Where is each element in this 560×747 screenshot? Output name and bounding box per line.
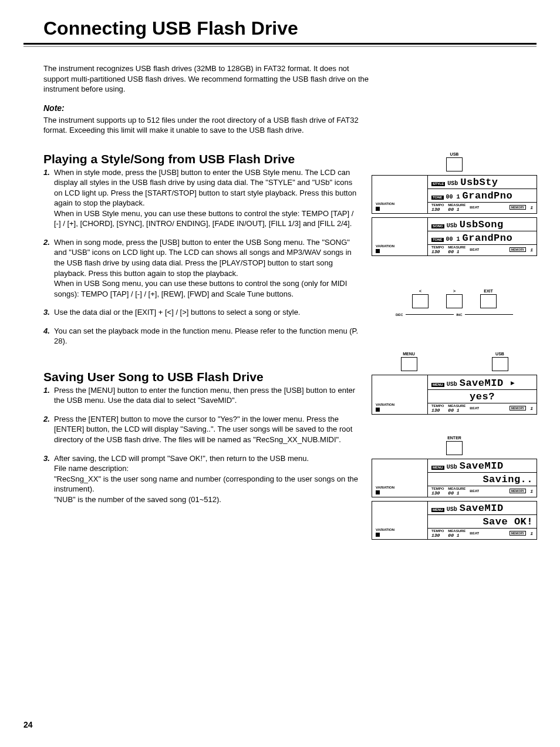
step-number: 2. [43, 414, 54, 445]
button-label: > [453, 289, 456, 293]
lcd-usb-icon: USb [447, 180, 458, 187]
step-text: When in style mode, press the [USB] butt… [54, 167, 360, 229]
section2-heading: Saving User Song to USB Flash Drive [43, 370, 360, 384]
s2-step1: 1. Press the [MENU] button to enter the … [43, 385, 360, 406]
lcd-sub: Saving.. [483, 474, 533, 485]
lcd-sub: yes? [470, 391, 495, 402]
note-text: The instrument supports up to 512 files … [43, 115, 372, 136]
exit-button: EXIT [480, 289, 497, 308]
lcd-saveok: VARIATION MENU USb SaveMID Save OK! [372, 501, 537, 540]
intro-block: The instrument recognizes USB flash driv… [43, 63, 372, 136]
left-column: Playing a Style/Song from USB Flash Driv… [43, 152, 360, 543]
page-number: 24 [23, 720, 33, 729]
lcd-main: UsbSty [460, 177, 498, 188]
button-label: < [419, 289, 421, 293]
lcd-style-badge: STYLE [431, 182, 445, 186]
lcd-variation-label: VARIATION [376, 202, 424, 206]
button-label: ENTER [447, 436, 461, 440]
step-number: 1. [43, 167, 54, 229]
step-text: You can set the playback mode in the fun… [54, 326, 360, 346]
dec-inc-labels: DEC INC [396, 313, 513, 317]
step-number: 1. [43, 385, 54, 406]
lcd-main: UsbSong [460, 219, 504, 230]
diagram-group-1: USB VARIATION STYLE USb UsbSty [372, 152, 537, 256]
content-columns: Playing a Style/Song from USB Flash Driv… [43, 152, 537, 543]
lcd-tone-name: GrandPno [463, 190, 513, 201]
step-text: Press the [MENU] button to enter the fun… [54, 385, 360, 406]
step-text: When in song mode, press the [USB] butto… [54, 237, 360, 299]
usb-button: USB [492, 352, 508, 371]
inc-label: INC [456, 313, 462, 317]
step-number: 2. [43, 237, 54, 299]
lcd-main: SaveMID [460, 460, 504, 472]
s1-step3: 3. Use the data dial or the [EXIT] + [<]… [43, 307, 360, 318]
s2-step3: 3. After saving, the LCD will prompt "Sa… [43, 453, 360, 505]
s1-step2: 2. When in song mode, press the [USB] bu… [43, 237, 360, 299]
page-title: Connecting USB Flash Drive [43, 18, 537, 39]
lcd-menu-badge: MENU [431, 383, 444, 387]
lcd-tone-num: 00 1 [446, 194, 460, 200]
step-text: After saving, the LCD will prompt "Save … [54, 453, 360, 505]
diagram-group-3: MENU USB VARIATION MENU [372, 352, 537, 415]
diagram-group-4: ENTER VARIATION MENU USb SaveMID [372, 436, 537, 540]
usb-button: USB [446, 152, 463, 171]
step-number: 3. [43, 453, 54, 505]
button-label: USB [450, 152, 459, 156]
lcd-main: SaveMID [460, 503, 504, 514]
enter-button: ENTER [446, 436, 463, 455]
s2-step2: 2. Press the [ENTER] button to move the … [43, 414, 360, 445]
menu-button: MENU [401, 352, 417, 371]
title-rule-top [23, 43, 537, 45]
button-label: USB [495, 352, 504, 356]
lcd-main: SaveMID ▸ [460, 376, 516, 389]
next-button: > [446, 289, 463, 308]
prev-button: < [412, 289, 429, 308]
note-heading: Note: [43, 103, 372, 114]
lcd-usbsty: VARIATION STYLE USb UsbSty TONE 00 1 Gra… [372, 175, 537, 214]
lcd-song-badge: SONG [431, 224, 444, 228]
s1-step4: 4. You can set the playback mode in the … [43, 326, 360, 346]
lcd-usbsong: VARIATION SONG USb UsbSong TONE 00 1 Gra… [372, 217, 537, 256]
title-rule-bottom [23, 46, 537, 47]
step-number: 3. [43, 307, 54, 318]
page: Connecting USB Flash Drive The instrumen… [0, 0, 560, 747]
step-text: Use the data dial or the [EXIT] + [<] / … [54, 307, 360, 318]
dec-label: DEC [396, 313, 403, 317]
button-label: MENU [403, 352, 415, 356]
diagram-group-2: < > EXIT DEC INC [372, 289, 537, 317]
step-number: 4. [43, 326, 54, 346]
lcd-tone-badge: TONE [431, 196, 444, 200]
lcd-sub: Save OK! [483, 516, 533, 527]
section1-heading: Playing a Style/Song from USB Flash Driv… [43, 152, 360, 166]
right-column: USB VARIATION STYLE USb UsbSty [360, 152, 537, 543]
s1-step1: 1. When in style mode, press the [USB] b… [43, 167, 360, 229]
lcd-saving: VARIATION MENU USb SaveMID Saving.. [372, 459, 537, 497]
step-text: Press the [ENTER] button to move the cur… [54, 414, 360, 445]
intro-paragraph: The instrument recognizes USB flash driv… [43, 63, 372, 95]
button-label: EXIT [484, 289, 493, 293]
lcd-savemid-yes: VARIATION MENU USb SaveMID ▸ yes? [372, 375, 537, 415]
